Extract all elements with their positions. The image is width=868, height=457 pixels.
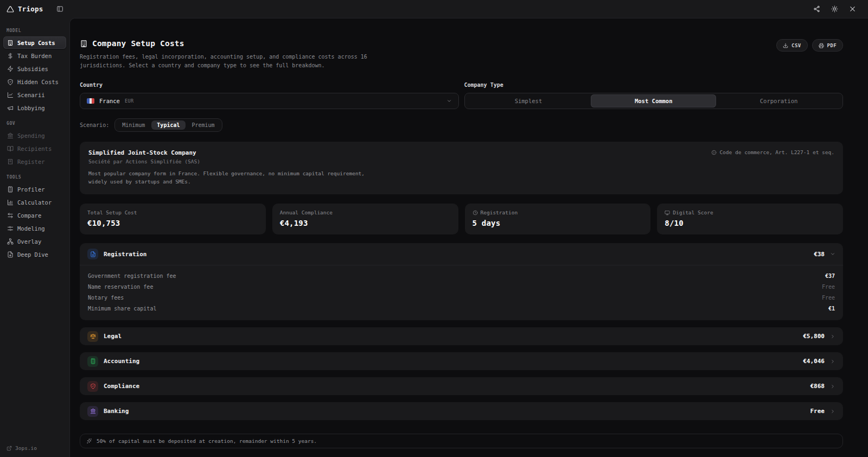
breakdown-header-legal[interactable]: Legal€5,800 <box>80 327 843 345</box>
company-type-option-simplest[interactable]: Simplest <box>466 94 591 107</box>
breakdown-body: Government registration fee€37Name reser… <box>80 265 843 320</box>
topbar <box>0 0 868 18</box>
scenario-label: Scenario: <box>80 122 109 128</box>
share-icon[interactable] <box>813 5 820 12</box>
breakdown-header-banking[interactable]: BankingFree <box>80 402 843 420</box>
chevron-right-icon <box>830 384 835 389</box>
sidebar-item-overlay[interactable]: Overlay <box>3 235 66 247</box>
brand-name: Triops <box>18 5 43 13</box>
row-label: Government registration fee <box>88 273 176 279</box>
row-value: Free <box>822 284 835 290</box>
row-value: €37 <box>825 273 835 279</box>
sidebar-item-calculator[interactable]: Calculator <box>3 196 66 208</box>
sidebar-item-modeling[interactable]: Modeling <box>3 222 66 234</box>
chevron-right-icon <box>830 359 835 364</box>
sidebar-item-label: Modeling <box>17 225 45 232</box>
scenario-toggle-group: MinimumTypicalPremium <box>114 118 222 132</box>
sidebar-item-tax-burden[interactable]: Tax Burden <box>3 49 66 62</box>
sidebar-toggle-icon[interactable] <box>56 5 63 12</box>
breakdown-total: €868 <box>810 383 825 390</box>
sidebar-item-register[interactable]: Register <box>3 155 66 168</box>
export-pdf-button[interactable]: PDF <box>812 39 843 52</box>
dollar-icon <box>7 53 14 59</box>
sidebar-item-lobbying[interactable]: Lobbying <box>3 101 66 114</box>
filters: Country France EUR Company Type Simplest… <box>80 82 843 109</box>
info-icon <box>711 150 717 155</box>
chevron-down-icon <box>446 98 452 104</box>
stat-label: Registration <box>473 210 643 215</box>
sidebar-item-profiler[interactable]: Profiler <box>3 183 66 195</box>
company-description: Most popular company form in France. Fle… <box>88 170 384 186</box>
export-csv-button[interactable]: CSV <box>776 39 807 52</box>
close-icon[interactable] <box>849 5 856 12</box>
pdf-button-label: PDF <box>827 43 837 48</box>
company-info-card: Simplified Joint-Stock Company Société p… <box>80 142 843 194</box>
scenario-row: Scenario: MinimumTypicalPremium <box>80 118 843 132</box>
row-label: Name reservation fee <box>88 284 153 290</box>
footer-link[interactable]: 3ops.io <box>7 445 37 451</box>
breakdown-row-government-registration-fee: Government registration fee€37 <box>88 270 835 281</box>
country-select[interactable]: France EUR <box>80 93 459 109</box>
stat-label: Total Setup Cost <box>87 210 258 215</box>
brand: Triops <box>7 5 43 13</box>
cost-breakdown: Registration€38Government registration f… <box>80 243 843 420</box>
sidebar-item-recipients[interactable]: Recipients <box>3 142 66 155</box>
breakdown-label: Accounting <box>104 358 797 365</box>
breakdown-card-banking: BankingFree <box>80 402 843 420</box>
sun-icon[interactable] <box>831 5 838 12</box>
stat-value: 8/10 <box>665 219 835 227</box>
company-name-local: Société par Actions Simplifiée (SAS) <box>88 158 834 164</box>
sidebar-item-label: Hidden Costs <box>17 79 59 85</box>
scenario-option-typical[interactable]: Typical <box>151 120 185 130</box>
breakdown-header-registration[interactable]: Registration€38 <box>80 243 843 265</box>
sidebar-item-label: Profiler <box>17 186 45 193</box>
company-type-label: Company Type <box>464 82 844 88</box>
row-value: Free <box>822 295 835 301</box>
sidebar-item-subsidies[interactable]: Subsidies <box>3 62 66 75</box>
building-icon <box>7 40 14 46</box>
breakdown-label: Legal <box>104 333 797 340</box>
breakdown-total: €38 <box>814 251 825 258</box>
breakdown-total: Free <box>810 408 825 415</box>
sidebar-item-setup-costs[interactable]: Setup Costs <box>3 36 66 49</box>
breakdown-row-notary-fees: Notary feesFree <box>88 292 835 303</box>
sidebar-item-scenarii[interactable]: Scenarii <box>3 88 66 101</box>
page-header: Company Setup Costs Registration fees, l… <box>80 39 843 70</box>
chevron-right-icon <box>830 334 835 339</box>
printer-icon <box>819 43 824 48</box>
breakdown-row-minimum-share-capital: Minimum share capital€1 <box>88 303 835 314</box>
external-link-icon <box>7 446 12 451</box>
stat-value: €10,753 <box>87 219 258 227</box>
stat-card-registration: Registration5 days <box>465 204 651 234</box>
sidebar-item-hidden-costs[interactable]: Hidden Costs <box>3 75 66 88</box>
fileplus-icon <box>7 251 14 258</box>
sidebar-item-spending[interactable]: Spending <box>3 129 66 142</box>
stat-value: 5 days <box>473 219 643 227</box>
triops-logo-icon <box>7 5 14 13</box>
sidebar-item-deep-dive[interactable]: Deep Dive <box>3 248 66 261</box>
sidebar-nav: MODELSetup CostsTax BurdenSubsidiesHidde… <box>0 18 69 261</box>
company-type-option-corporation[interactable]: Corporation <box>716 94 841 107</box>
compare-icon <box>7 212 14 219</box>
clock-icon <box>473 210 478 215</box>
footer-link-label: 3ops.io <box>15 445 37 451</box>
download-icon <box>783 43 788 48</box>
company-type-option-most-common[interactable]: Most Common <box>591 94 716 107</box>
country-value: France <box>99 98 120 104</box>
sidebar-item-label: Overlay <box>17 238 41 245</box>
nav-section-label-gov: GOV <box>7 121 63 126</box>
sliders-icon <box>7 225 14 232</box>
breakdown-header-accounting[interactable]: Accounting€4,046 <box>80 352 843 370</box>
capital-note: 50% of capital must be deposited at crea… <box>80 434 843 448</box>
monitor-icon <box>665 210 670 215</box>
scenario-option-premium[interactable]: Premium <box>187 120 220 130</box>
legal-reference: Code de commerce, Art. L227-1 et seq. <box>711 149 834 155</box>
sidebar-item-label: Calculator <box>17 199 52 206</box>
main-content: Company Setup Costs Registration fees, l… <box>69 18 868 457</box>
breakdown-header-compliance[interactable]: Compliance€868 <box>80 377 843 395</box>
breakdown-card-accounting: Accounting€4,046 <box>80 352 843 370</box>
stat-card-annual-compliance: Annual Compliance€4,193 <box>272 204 458 234</box>
scenario-option-minimum[interactable]: Minimum <box>117 120 150 130</box>
row-label: Notary fees <box>88 295 124 301</box>
sidebar-item-compare[interactable]: Compare <box>3 209 66 221</box>
